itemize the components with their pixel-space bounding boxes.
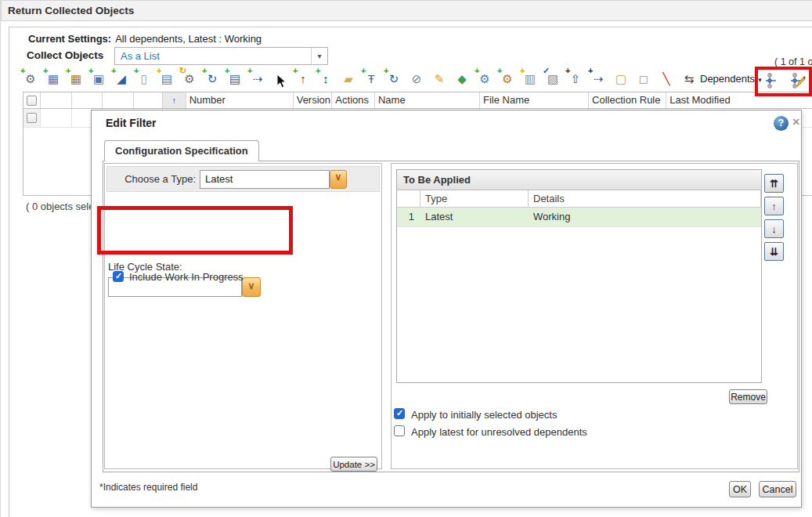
refresh-compare-icon[interactable]: ⇆ xyxy=(681,70,697,88)
edit-note-icon[interactable]: ✎ xyxy=(431,70,447,88)
badge: + xyxy=(247,67,252,75)
badge: + xyxy=(497,67,502,75)
grid-select-all-cell[interactable] xyxy=(23,92,41,108)
move-buttons: ⇈↑↓⇊ xyxy=(764,174,784,276)
move-up-button[interactable]: ↑ xyxy=(764,197,784,215)
add-layout-icon[interactable]: ▣+ xyxy=(91,70,106,88)
add-gear-data-icon[interactable]: ⚙+ xyxy=(477,70,493,88)
view-mode-select[interactable]: As a List xyxy=(114,47,328,65)
row-checkbox[interactable] xyxy=(27,113,37,123)
grid-col-sort[interactable]: ↑ xyxy=(163,92,186,108)
life-cycle-dropdown-icon[interactable] xyxy=(242,277,261,297)
demote-icon[interactable]: ⇢+ xyxy=(590,70,606,88)
copy-card-icon[interactable]: ▢ xyxy=(613,70,629,88)
to-be-applied-box: To Be Applied TypeDetails 1LatestWorking xyxy=(396,169,762,383)
grid-check-icon[interactable]: ▧✓ xyxy=(545,70,561,88)
badge: + xyxy=(520,67,525,75)
grid-col-collection-rule: Collection Rule xyxy=(589,92,666,108)
tba-idx: 1 xyxy=(397,208,420,226)
grid-col-actions: Actions xyxy=(332,92,375,108)
add-tool-data-icon[interactable]: ⚙+ xyxy=(500,70,515,88)
move-to-top-button[interactable]: ⇈ xyxy=(764,174,784,193)
badge: + xyxy=(293,67,298,75)
apply-latest-label: Apply latest for unresolved dependents xyxy=(411,426,587,438)
add-document-icon[interactable]: ▯+ xyxy=(136,70,152,88)
dependents-label: Dependents xyxy=(700,73,755,85)
choose-type-label: Choose a Type: xyxy=(113,173,196,185)
collect-objects-label: Collect Objects xyxy=(27,49,103,61)
grid-col-empty xyxy=(103,92,134,108)
promote-icon[interactable]: ⇧+ xyxy=(568,70,583,88)
update-button[interactable]: Update >> xyxy=(330,457,377,472)
to-be-applied-rows: 1LatestWorking xyxy=(397,208,761,227)
to-be-applied-title: To Be Applied xyxy=(397,170,761,190)
choose-type-select[interactable]: Latest xyxy=(200,170,330,189)
current-settings-value: All dependents, Latest : Working xyxy=(115,33,262,45)
dependents-dropdown[interactable]: Dependents xyxy=(700,73,762,85)
open-folder-icon[interactable]: ▰ xyxy=(341,70,356,88)
choose-type-dropdown-icon[interactable] xyxy=(330,170,347,189)
add-link-icon[interactable]: ⇢+ xyxy=(250,70,265,88)
badge: + xyxy=(20,67,25,75)
add-measure-icon[interactable]: ◢+ xyxy=(114,70,129,88)
chevron-down-icon[interactable] xyxy=(311,48,327,64)
add-table-view-icon[interactable]: ▦+ xyxy=(68,70,84,88)
grid-col-file-name: File Name xyxy=(480,92,589,108)
badge: + xyxy=(361,67,366,75)
choose-type-value: Latest xyxy=(205,173,233,185)
to-be-applied-header-row: TypeDetails xyxy=(397,190,761,208)
add-refresh-icon[interactable]: ↻+ xyxy=(204,70,220,88)
new-list-icon[interactable]: ▤+ xyxy=(159,70,175,88)
badge: + xyxy=(88,67,93,75)
tab-label: Configuration Specification xyxy=(115,145,248,157)
window-header: Return Collected Objects xyxy=(1,0,812,21)
update-options-icon[interactable]: ⚙↻ xyxy=(182,70,197,88)
badge: ✓ xyxy=(543,67,550,75)
tba-col-details: Details xyxy=(529,190,761,207)
dialog-title: Edit Filter xyxy=(106,117,157,129)
grid-col-empty xyxy=(134,92,163,108)
move-up-structure-icon[interactable]: ↑+ xyxy=(295,70,311,88)
approve-package-icon[interactable]: ◆ xyxy=(454,70,470,88)
apply-initial-label: Apply to initially selected objects xyxy=(411,409,557,421)
select-all-checkbox[interactable] xyxy=(27,96,37,106)
screen: Return Collected Objects Current Setting… xyxy=(0,0,812,517)
toolbar-icons: ⚙+▦+▦+▣+◢+▯+▤+⚙↻↻+▤+⇢+⌕↑+↕+▰Ŧ+↻+⊘✎◆⚙+⚙+▥… xyxy=(23,70,697,88)
page-info: ( 1 of 1 ob xyxy=(774,56,812,67)
close-icon[interactable] xyxy=(792,115,799,129)
badge: + xyxy=(565,67,570,75)
revolve-icon[interactable]: ⊘ xyxy=(409,70,424,88)
remove-button[interactable]: Remove xyxy=(729,389,767,404)
add-list-view-icon[interactable]: ▦+ xyxy=(45,70,61,88)
apply-initial-checkbox[interactable] xyxy=(394,408,405,419)
current-settings: Current Settings:All dependents, Latest … xyxy=(28,33,262,45)
add-options-icon[interactable]: ⚙+ xyxy=(23,70,38,88)
split-cells-icon[interactable]: ▥+ xyxy=(522,70,538,88)
move-to-bottom-button[interactable]: ⇊ xyxy=(764,242,784,261)
view-mode-value: As a List xyxy=(121,50,160,62)
grid-col-name: Name xyxy=(375,92,480,108)
annotation-box-lifecycle xyxy=(97,206,293,255)
paste-ref-icon[interactable]: ◻ xyxy=(636,70,651,88)
annotation-box-toolbar xyxy=(755,67,812,96)
badge: + xyxy=(384,67,388,75)
add-panel-icon[interactable]: ▤+ xyxy=(227,70,243,88)
add-fastener-icon[interactable]: Ŧ+ xyxy=(363,70,379,88)
clear-icon[interactable]: ╲ xyxy=(659,70,674,88)
to-be-applied-panel: To Be Applied TypeDetails 1LatestWorking… xyxy=(391,163,798,469)
tab-configuration-specification[interactable]: Configuration Specification xyxy=(104,140,259,161)
to-be-applied-row[interactable]: 1LatestWorking xyxy=(397,208,761,227)
include-wip-checkbox[interactable] xyxy=(113,271,124,282)
tba-details: Working xyxy=(529,208,761,226)
badge: + xyxy=(111,67,116,75)
grid-header-row: ↑NumberVersionActionsNameFile NameCollec… xyxy=(23,92,812,109)
help-icon[interactable] xyxy=(774,116,789,131)
apply-latest-checkbox[interactable] xyxy=(394,425,405,436)
tba-type: Latest xyxy=(420,208,529,226)
cancel-button[interactable]: Cancel xyxy=(759,481,796,497)
reorder-structure-icon[interactable]: ↕+ xyxy=(318,70,334,88)
move-down-button[interactable]: ↓ xyxy=(764,219,784,238)
ok-button[interactable]: OK xyxy=(729,481,751,497)
add-sync-icon[interactable]: ↻+ xyxy=(386,70,402,88)
row-select-cell[interactable] xyxy=(23,109,41,127)
